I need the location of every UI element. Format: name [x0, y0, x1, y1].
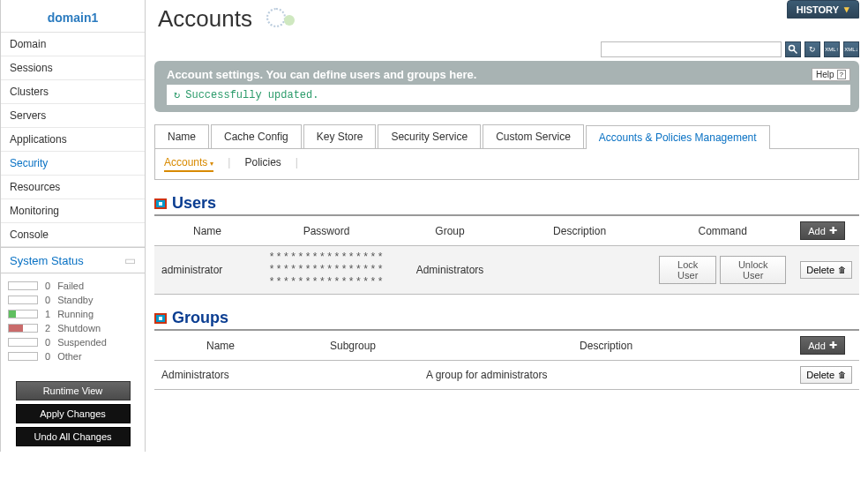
tab-key-store[interactable]: Key Store — [303, 124, 377, 148]
monitor-icon: ▭ — [124, 253, 136, 267]
groups-title: Groups — [172, 309, 228, 327]
status-bar-icon — [8, 281, 38, 290]
status-bar-icon — [8, 324, 38, 333]
trash-icon: 🗑 — [838, 370, 846, 379]
help-icon: ? — [837, 70, 846, 79]
nav-list: DomainSessionsClustersServersApplication… — [1, 33, 145, 247]
status-row-other: 0Other — [4, 349, 141, 363]
tab-name[interactable]: Name — [154, 124, 209, 148]
groups-header-row: Name Subgroup Description Add ✚ — [154, 330, 859, 361]
table-row: administrator***************************… — [154, 246, 859, 295]
chevron-down-icon: ▾ — [844, 4, 849, 15]
group-subgroup-cell — [287, 361, 419, 390]
toolbar: ↻ XML↑ XML↓ — [154, 41, 859, 57]
user-command-cell: Lock UserUnlock User — [652, 246, 793, 295]
help-button[interactable]: Help ? — [812, 68, 850, 81]
tab-security-service[interactable]: Security Service — [378, 124, 481, 148]
status-count: 1 — [45, 309, 50, 319]
group-delete-cell: Delete🗑 — [793, 361, 859, 390]
users-col-description: Description — [507, 215, 652, 246]
add-icon: ✚ — [829, 340, 837, 351]
sidebar: domain1 DomainSessionsClustersServersApp… — [0, 0, 146, 452]
delete-label: Delete — [806, 370, 834, 380]
system-status-header[interactable]: System Status ▭ — [1, 247, 145, 273]
tab-cache-config[interactable]: Cache Config — [211, 124, 302, 148]
user-password-cell: ****************************************… — [260, 246, 393, 295]
export-xml-icon-button[interactable]: XML↓ — [843, 41, 859, 57]
domain-title[interactable]: domain1 — [1, 0, 145, 33]
status-count: 0 — [45, 281, 50, 291]
svg-rect-7 — [159, 317, 162, 320]
subtab-policies[interactable]: Policies — [244, 156, 281, 172]
svg-point-0 — [789, 46, 795, 51]
groups-col-subgroup: Subgroup — [287, 330, 419, 361]
subtab-accounts[interactable]: Accounts▾ — [164, 156, 213, 172]
history-button[interactable]: HISTORY ▾ — [787, 0, 859, 19]
status-row-standby: 0Standby — [4, 293, 141, 307]
groups-section-header: Groups — [154, 309, 859, 327]
tab-accounts-policies-management[interactable]: Accounts & Policies Management — [586, 125, 770, 149]
search-input[interactable] — [601, 41, 782, 57]
status-label: Running — [57, 309, 94, 319]
help-label: Help — [816, 70, 834, 79]
status-count: 0 — [45, 351, 50, 362]
tab-custom-service[interactable]: Custom Service — [483, 124, 584, 148]
svg-line-1 — [794, 50, 797, 54]
separator: | — [296, 156, 298, 172]
nav-item-resources[interactable]: Resources — [1, 176, 145, 199]
delete-user-button[interactable]: Delete🗑 — [800, 261, 852, 279]
info-banner: Account settings. You can define users a… — [154, 61, 859, 112]
chevron-down-icon: ▾ — [210, 160, 213, 168]
status-label: Suspended — [57, 337, 107, 348]
users-col-command: Command — [652, 215, 793, 246]
user-description-cell — [507, 246, 652, 295]
user-name-cell: administrator — [154, 246, 260, 295]
history-label: HISTORY — [797, 4, 839, 15]
users-title: Users — [172, 194, 216, 213]
users-header-row: Name Password Group Description Command … — [154, 215, 859, 246]
status-bar-icon — [8, 296, 38, 304]
nav-item-servers[interactable]: Servers — [1, 104, 145, 128]
users-col-name: Name — [154, 215, 260, 246]
refresh-icon-button[interactable]: ↻ — [804, 41, 820, 57]
groups-col-description: Description — [419, 330, 793, 361]
add-label: Add — [808, 341, 826, 351]
separator: | — [228, 156, 230, 172]
undo-all-changes-button[interactable]: Undo All Changes — [16, 427, 131, 446]
nav-item-domain[interactable]: Domain — [1, 33, 145, 56]
nav-item-security[interactable]: Security — [1, 152, 145, 176]
system-status-label: System Status — [10, 254, 84, 267]
import-xml-icon-button[interactable]: XML↑ — [824, 41, 840, 57]
runtime-view-button[interactable]: Runtime View — [16, 381, 131, 400]
status-count: 0 — [45, 295, 50, 305]
nav-item-monitoring[interactable]: Monitoring — [1, 199, 145, 223]
status-row-running: 1Running — [4, 307, 141, 321]
add-icon: ✚ — [829, 225, 837, 236]
nav-item-applications[interactable]: Applications — [1, 128, 145, 152]
decorative-circles — [258, 6, 311, 31]
search-icon — [788, 44, 798, 55]
status-bar-icon — [8, 352, 38, 361]
svg-rect-4 — [159, 202, 162, 206]
delete-group-button[interactable]: Delete🗑 — [800, 366, 852, 384]
unlock-user-button[interactable]: Unlock User — [720, 256, 786, 284]
flag-icon — [154, 313, 167, 324]
add-group-button[interactable]: Add ✚ — [800, 336, 845, 355]
page-title: Accounts — [154, 0, 252, 36]
flag-icon — [154, 198, 167, 209]
users-tbody: administrator***************************… — [154, 246, 859, 295]
group-name-cell: Administrators — [154, 361, 287, 390]
nav-item-sessions[interactable]: Sessions — [1, 56, 145, 80]
status-count: 0 — [45, 337, 50, 348]
search-icon-button[interactable] — [785, 41, 801, 57]
lock-user-button[interactable]: Lock User — [659, 256, 716, 284]
apply-changes-button[interactable]: Apply Changes — [16, 404, 131, 423]
nav-item-clusters[interactable]: Clusters — [1, 80, 145, 104]
status-bar-icon — [8, 310, 38, 318]
nav-item-console[interactable]: Console — [1, 223, 145, 247]
add-user-button[interactable]: Add ✚ — [800, 221, 845, 240]
subtabs: Accounts▾|Policies| — [154, 149, 859, 180]
groups-tbody: AdministratorsA group for administrators… — [154, 361, 859, 390]
user-group-cell: Administrators — [393, 246, 507, 295]
main-content: Accounts HISTORY ▾ ↻ XML↑ XML↓ Account s… — [146, 0, 868, 452]
